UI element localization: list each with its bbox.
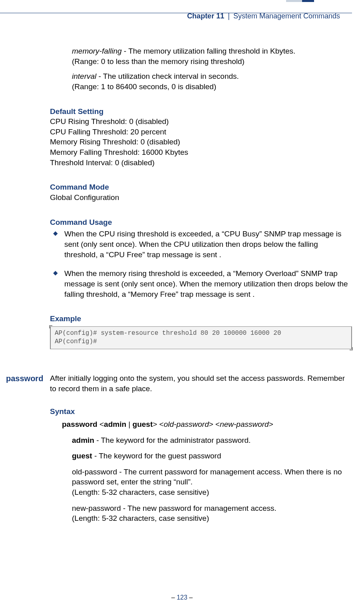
- list-item: When the memory rising threshold is exce…: [50, 268, 352, 299]
- syntax-admin: admin - The keyword for the administrato…: [72, 435, 352, 446]
- param-name: interval: [72, 72, 96, 80]
- default-setting-heading: Default Setting: [50, 106, 352, 117]
- syntax-text: > <: [209, 420, 220, 428]
- example-code: AP(config)# system-resource threshold 80…: [50, 326, 352, 349]
- default-setting-line: Memory Falling Threshold: 16000 Kbytes: [50, 147, 352, 158]
- syntax-text: <: [97, 420, 104, 428]
- param-memory-falling: memory-falling - The memory utilization …: [72, 46, 352, 66]
- default-setting-line: CPU Rising Threshold: 0 (disabled): [50, 116, 352, 127]
- syntax-desc: old-password - The current password for …: [72, 468, 342, 486]
- param-interval: interval - The utilization check interva…: [72, 71, 352, 92]
- default-setting-line: Memory Rising Threshold: 0 (disabled): [50, 137, 352, 147]
- param-desc: - The memory utilization falling thresho…: [122, 47, 296, 55]
- header-tabs-decor: [286, 0, 314, 2]
- syntax-guest: guest - The keyword for the guest passwo…: [72, 451, 352, 461]
- default-setting-line: CPU Falling Threshold: 20 percent: [50, 127, 352, 137]
- example-heading: Example: [50, 314, 352, 324]
- footer-dash: –: [171, 594, 177, 601]
- command-mode-text: Global Configuration: [50, 192, 352, 203]
- example-section: Example AP(config)# system-resource thre…: [50, 314, 352, 349]
- syntax-oldpw: old-password - The current password for …: [72, 467, 352, 498]
- syntax-opt: guest: [133, 420, 153, 428]
- chapter-label: Chapter 11: [187, 12, 224, 20]
- footer-dash: –: [187, 594, 193, 601]
- syntax-text: > <: [153, 420, 163, 428]
- param-name: memory-falling: [72, 47, 122, 55]
- command-mode-heading: Command Mode: [50, 182, 352, 192]
- syntax-range: (Length: 5-32 characters, case sensitive…: [72, 488, 209, 496]
- default-setting-section: Default Setting CPU Rising Threshold: 0 …: [50, 106, 352, 168]
- syntax-range: (Length: 5-32 characters, case sensitive…: [72, 514, 209, 522]
- syntax-desc: new-password - The new password for mana…: [72, 504, 276, 512]
- syntax-kw: admin: [72, 436, 94, 444]
- syntax-newpw: new-password - The new password for mana…: [72, 503, 352, 524]
- password-section: password After initially logging onto th…: [50, 373, 352, 524]
- param-range: (Range: 0 to less than the memory rising…: [72, 57, 245, 66]
- syntax-line: password <admin | guest> <old-password> …: [62, 419, 352, 430]
- default-setting-line: Threshold Interval: 0 (disabled): [50, 158, 352, 168]
- header-rule: [0, 13, 352, 13]
- syntax-desc: - The keyword for the guest password: [92, 452, 221, 460]
- syntax-heading: Syntax: [50, 406, 352, 417]
- password-key: password: [6, 373, 43, 384]
- page-footer: – 123 –: [0, 593, 364, 602]
- page-number: 123: [177, 594, 187, 601]
- list-item: When the CPU rising threshold is exceede…: [50, 229, 352, 260]
- syntax-block: Syntax password <admin | guest> <old-pas…: [50, 406, 352, 524]
- command-usage-section: Command Usage When the CPU rising thresh…: [50, 217, 352, 299]
- param-range: (Range: 1 to 86400 seconds, 0 is disable…: [72, 82, 216, 91]
- page-content: memory-falling - The memory utilization …: [50, 46, 352, 524]
- syntax-text: >: [269, 420, 273, 428]
- syntax-cmd: password: [62, 420, 97, 428]
- header-tab-light: [286, 0, 302, 2]
- command-usage-list: When the CPU rising threshold is exceede…: [50, 229, 352, 299]
- param-desc: - The utilization check interval in seco…: [96, 72, 239, 80]
- syntax-arg: old-password: [164, 420, 209, 428]
- password-intro: After initially logging onto the system,…: [50, 373, 352, 394]
- command-usage-heading: Command Usage: [50, 217, 352, 228]
- header-separator: |: [226, 12, 231, 20]
- syntax-opt: admin: [104, 420, 126, 428]
- syntax-kw: guest: [72, 452, 92, 460]
- header-tab-dark: [302, 0, 314, 2]
- command-mode-section: Command Mode Global Configuration: [50, 182, 352, 202]
- syntax-desc: - The keyword for the administrator pass…: [94, 436, 251, 444]
- syntax-arg: new-password: [220, 420, 269, 428]
- syntax-text: |: [126, 420, 133, 428]
- chapter-title: System Management Commands: [233, 12, 340, 20]
